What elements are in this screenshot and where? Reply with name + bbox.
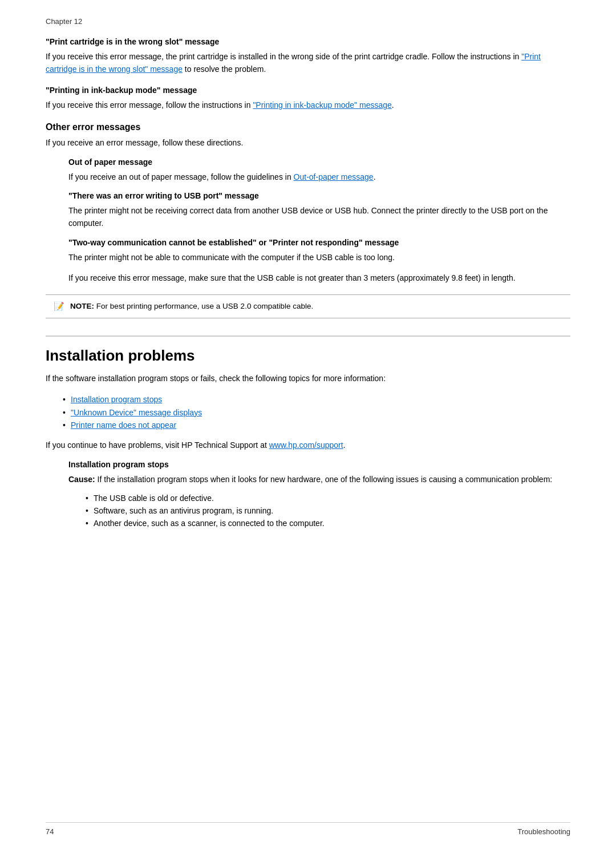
other-errors-heading: Other error messages	[46, 122, 570, 132]
section-other-errors: Other error messages If you receive an e…	[46, 122, 570, 318]
note-icon: 📝	[54, 301, 64, 312]
section-installation-problems: Installation problems If the software in…	[46, 335, 570, 529]
section-heading-print-cartridge: "Print cartridge is in the wrong slot" m…	[46, 37, 570, 46]
link-out-of-paper[interactable]: Out-of-paper message	[294, 172, 374, 181]
heading-installation-stops: Installation program stops	[68, 460, 570, 469]
ink-backup-body-suffix: .	[392, 100, 394, 110]
other-errors-intro: If you receive an error message, follow …	[46, 137, 570, 149]
support-text-suffix: .	[343, 440, 346, 450]
body-usb-error: The printer might not be receiving corre…	[68, 205, 570, 229]
cause-label: Cause:	[68, 475, 95, 484]
link-ink-backup[interactable]: "Printing in ink-backup mode" message	[253, 100, 391, 110]
note-body: For best printing performance, use a USB…	[94, 302, 313, 310]
body-two-way-comm-1: The printer might not be able to communi…	[68, 252, 570, 264]
support-text: If you continue to have problems, visit …	[46, 439, 570, 452]
heading-two-way-comm: "Two-way communication cannot be establi…	[68, 238, 570, 247]
heading-usb-error: "There was an error writing to USB port"…	[68, 191, 570, 200]
footer-section: Troubleshooting	[517, 827, 570, 836]
subsection-out-of-paper: Out of paper message If you receive an o…	[46, 157, 570, 184]
installation-bullet-list: Installation program stops "Unknown Devi…	[46, 393, 570, 431]
bullet-antivirus: Software, such as an antivirus program, …	[86, 504, 570, 517]
installation-stops-bullets: The USB cable is old or defective. Softw…	[68, 492, 570, 530]
note-label: NOTE:	[70, 302, 94, 310]
installation-intro: If the software installation program sto…	[46, 373, 570, 385]
section-ink-backup: "Printing in ink-backup mode" message If…	[46, 86, 570, 112]
section-body-ink-backup: If you receive this error message, follo…	[46, 99, 570, 112]
list-item-printer-name: Printer name does not appear	[63, 419, 570, 431]
subsection-usb-error: "There was an error writing to USB port"…	[46, 191, 570, 229]
cause-paragraph: Cause: If the installation program stops…	[68, 474, 570, 486]
section-heading-ink-backup: "Printing in ink-backup mode" message	[46, 86, 570, 95]
link-printer-name[interactable]: Printer name does not appear	[71, 421, 176, 430]
note-box: 📝 NOTE: For best printing performance, u…	[46, 294, 570, 318]
out-of-paper-suffix: .	[374, 172, 376, 181]
section-body-print-cartridge: If you receive this error message, the p…	[46, 51, 570, 75]
cause-text-body: If the installation program stops when i…	[95, 475, 553, 484]
link-hp-support[interactable]: www.hp.com/support	[269, 440, 343, 450]
body-out-of-paper: If you receive an out of paper message, …	[68, 171, 570, 184]
body-two-way-comm-2: If you receive this error message, make …	[68, 272, 570, 285]
link-installation-stops[interactable]: Installation program stops	[71, 395, 162, 404]
bullet-other-device: Another device, such as a scanner, is co…	[86, 517, 570, 529]
installation-problems-heading: Installation problems	[46, 335, 570, 365]
heading-out-of-paper: Out of paper message	[68, 157, 570, 167]
list-item-installation-stops: Installation program stops	[63, 393, 570, 406]
page: Chapter 12 "Print cartridge is in the wr…	[0, 0, 616, 853]
subsection-two-way-comm: "Two-way communication cannot be establi…	[46, 238, 570, 284]
link-unknown-device[interactable]: "Unknown Device" message displays	[71, 408, 202, 417]
support-text-prefix: If you continue to have problems, visit …	[46, 440, 269, 450]
section-print-cartridge-wrong-slot: "Print cartridge is in the wrong slot" m…	[46, 37, 570, 75]
body-text-suffix: to resolve the problem.	[183, 64, 266, 74]
out-of-paper-prefix: If you receive an out of paper message, …	[68, 172, 294, 181]
footer-page-number: 74	[46, 827, 54, 836]
list-item-unknown-device: "Unknown Device" message displays	[63, 406, 570, 419]
body-text-prefix: If you receive this error message, the p…	[46, 52, 521, 61]
bullet-usb-old: The USB cable is old or defective.	[86, 492, 570, 504]
ink-backup-body-prefix: If you receive this error message, follo…	[46, 100, 253, 110]
note-text: NOTE: For best printing performance, use…	[70, 301, 313, 312]
chapter-label: Chapter 12	[46, 17, 570, 26]
subsection-installation-stops: Installation program stops Cause: If the…	[46, 460, 570, 530]
page-footer: 74 Troubleshooting	[46, 822, 570, 836]
